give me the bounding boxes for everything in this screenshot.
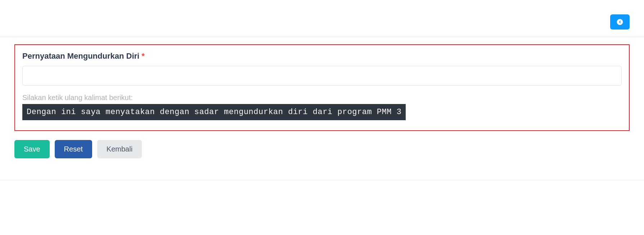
statement-label: Pernyataan Mengundurkan Diri * bbox=[22, 51, 622, 61]
bottom-divider bbox=[0, 180, 644, 180]
back-button[interactable] bbox=[610, 14, 630, 30]
statement-input[interactable] bbox=[22, 66, 622, 86]
arrow-left-circle-icon bbox=[616, 18, 623, 26]
statement-to-retype: Dengan ini saya menyatakan dengan sadar … bbox=[22, 104, 406, 120]
button-row: Save Reset Kembali bbox=[14, 140, 630, 158]
reset-button[interactable]: Reset bbox=[55, 140, 92, 158]
save-button[interactable]: Save bbox=[14, 140, 50, 158]
kembali-button[interactable]: Kembali bbox=[97, 140, 142, 158]
helper-text: Silakan ketik ulang kalimat berikut: bbox=[22, 94, 622, 102]
withdrawal-statement-section: Pernyataan Mengundurkan Diri * Silakan k… bbox=[14, 44, 630, 131]
label-text: Pernyataan Mengundurkan Diri bbox=[22, 51, 139, 60]
top-bar bbox=[0, 0, 644, 37]
form-container: Pernyataan Mengundurkan Diri * Silakan k… bbox=[0, 37, 644, 169]
required-asterisk: * bbox=[141, 51, 145, 60]
